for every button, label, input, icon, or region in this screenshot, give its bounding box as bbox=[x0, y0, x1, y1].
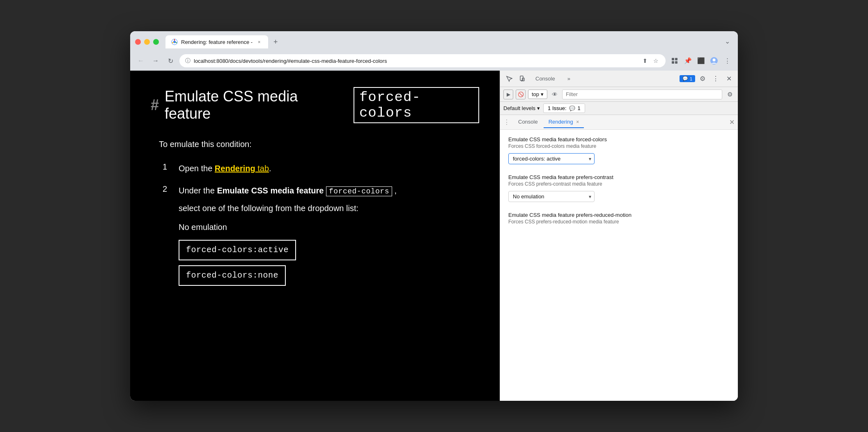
console-stop-button[interactable]: 🚫 bbox=[516, 90, 526, 99]
context-chevron: ▾ bbox=[541, 91, 544, 97]
forced-colors-select[interactable]: forced-colors: active No emulation force… bbox=[508, 153, 595, 164]
heading-hash-icon: # bbox=[151, 97, 159, 114]
split-screen-icon[interactable]: ⬛ bbox=[695, 55, 707, 67]
forced-colors-section: Emulate CSS media feature forced-colors … bbox=[508, 136, 730, 164]
prefers-contrast-select[interactable]: No emulation prefers-contrast: more pref… bbox=[508, 191, 595, 202]
issues-badge[interactable]: 💬 1 bbox=[680, 75, 695, 82]
heading-code-text: forced-colors bbox=[354, 87, 479, 123]
close-window-button[interactable] bbox=[135, 39, 141, 45]
default-levels-button[interactable]: Default levels ▾ bbox=[503, 105, 540, 111]
prefers-contrast-section: Emulate CSS media feature prefers-contra… bbox=[508, 174, 730, 202]
forced-colors-title: Emulate CSS media feature forced-colors bbox=[508, 136, 730, 142]
forced-colors-select-wrapper: forced-colors: active No emulation force… bbox=[508, 153, 595, 164]
page-heading: # Emulate CSS media feature forced-color… bbox=[151, 87, 479, 123]
console-panel-label: Console bbox=[518, 119, 538, 125]
device-toolbar-button[interactable] bbox=[517, 73, 528, 85]
minimize-window-button[interactable] bbox=[144, 39, 150, 45]
title-bar: Rendering: feature reference - × + ⌄ bbox=[135, 35, 733, 48]
rendering-panel-tab[interactable]: Rendering × bbox=[544, 116, 584, 128]
security-info-icon[interactable]: ⓘ bbox=[185, 57, 191, 64]
inspect-element-button[interactable] bbox=[503, 73, 515, 85]
svg-point-7 bbox=[713, 59, 716, 62]
address-text: localhost:8080/docs/devtools/rendering/#… bbox=[194, 58, 638, 64]
prefers-contrast-title: Emulate CSS media feature prefers-contra… bbox=[508, 174, 730, 180]
issue-count-text: 1 Issue: bbox=[548, 105, 567, 111]
address-actions: ⬆ ☆ bbox=[641, 57, 660, 65]
console-filter-input[interactable] bbox=[562, 90, 722, 99]
step-1-link-prefix: Open the bbox=[179, 164, 215, 173]
browser-window: Rendering: feature reference - × + ⌄ ← →… bbox=[130, 31, 738, 401]
step-1-content: Open the Rendering tab. bbox=[179, 162, 271, 175]
step-2-prefix: Under the Emulate CSS media feature bbox=[179, 186, 326, 195]
new-tab-button[interactable]: + bbox=[270, 36, 281, 48]
profile-icon[interactable] bbox=[708, 55, 720, 67]
active-tab[interactable]: Rendering: feature reference - × bbox=[165, 35, 268, 48]
svg-rect-3 bbox=[675, 58, 677, 60]
default-levels-chevron: ▾ bbox=[537, 105, 540, 111]
badge-count: 1 bbox=[690, 76, 692, 81]
devtools-close-button[interactable]: ✕ bbox=[723, 73, 735, 85]
issue-icon: 💬 bbox=[569, 106, 575, 111]
svg-point-1 bbox=[173, 41, 176, 43]
devtools-panel: Console » 💬 1 ⚙ ⋮ ✕ ▶ 🚫 bbox=[500, 71, 738, 401]
context-selector[interactable]: top ▾ bbox=[528, 90, 547, 99]
devtools-main-tabs: Console » bbox=[530, 73, 678, 84]
console-settings-button[interactable]: ⚙ bbox=[725, 90, 735, 99]
prefers-contrast-select-wrapper: No emulation prefers-contrast: more pref… bbox=[508, 191, 595, 202]
prefers-reduced-motion-title: Emulate CSS media feature prefers-reduce… bbox=[508, 212, 730, 218]
devtools-settings-button[interactable]: ⚙ bbox=[697, 73, 708, 85]
step-2-comma: , bbox=[395, 186, 397, 195]
forced-colors-desc: Forces CSS forced-colors media feature bbox=[508, 143, 730, 149]
rendering-tab-close-button[interactable]: × bbox=[576, 119, 579, 125]
maximize-window-button[interactable] bbox=[153, 39, 159, 45]
devtools-tabs-row: ⋮ Console Rendering × ✕ bbox=[500, 115, 738, 130]
more-tabs-icon: » bbox=[567, 76, 570, 82]
context-value: top bbox=[532, 91, 539, 97]
share-icon[interactable]: ⬆ bbox=[641, 57, 649, 65]
default-levels-label: Default levels bbox=[503, 105, 535, 111]
svg-rect-4 bbox=[672, 61, 674, 64]
close-all-panels-button[interactable]: ✕ bbox=[729, 118, 735, 126]
extensions-icon[interactable] bbox=[669, 55, 680, 67]
prefers-reduced-motion-section: Emulate CSS media feature prefers-reduce… bbox=[508, 212, 730, 225]
step-2-option-no-emulation: No emulation bbox=[179, 221, 397, 233]
step-2-sub: select one of the following from the dro… bbox=[179, 202, 397, 291]
svg-rect-2 bbox=[672, 58, 674, 60]
console-tab-label: Console bbox=[535, 76, 555, 82]
devtools-top-toolbar: Console » 💬 1 ⚙ ⋮ ✕ bbox=[500, 71, 738, 87]
tab-close-button[interactable]: × bbox=[256, 39, 262, 45]
console-clear-button[interactable]: ▶ bbox=[503, 90, 513, 99]
console-eye-button[interactable]: 👁 bbox=[550, 90, 560, 99]
window-minimize-icon[interactable]: ⌄ bbox=[721, 35, 733, 47]
console-main-tab[interactable]: Console bbox=[530, 73, 561, 84]
step-1-number: 1 bbox=[159, 162, 167, 172]
intro-text: To emulate this condition: bbox=[159, 140, 479, 149]
more-tabs-button[interactable]: » bbox=[562, 73, 576, 84]
rendering-tab-link[interactable]: Rendering bbox=[215, 164, 255, 173]
prefers-contrast-desc: Forces CSS prefers-contrast media featur… bbox=[508, 181, 730, 187]
tabs-grip-icon: ⋮ bbox=[503, 118, 510, 126]
chrome-favicon-icon bbox=[171, 39, 178, 45]
step-2-sub-prefix: select one of the following from the dro… bbox=[179, 202, 397, 214]
prefers-reduced-motion-desc: Forces CSS prefers-reduced-motion media … bbox=[508, 219, 730, 225]
step-2: 2 Under the Emulate CSS media feature fo… bbox=[159, 184, 479, 291]
address-bar[interactable]: ⓘ localhost:8080/docs/devtools/rendering… bbox=[179, 54, 666, 67]
rendering-panel-content: Emulate CSS media feature forced-colors … bbox=[500, 130, 738, 401]
reload-button[interactable]: ↻ bbox=[165, 55, 176, 67]
tab-title: Rendering: feature reference - bbox=[181, 39, 253, 45]
cast-icon[interactable]: 📌 bbox=[682, 55, 693, 67]
tabs-row: Rendering: feature reference - × + ⌄ bbox=[165, 35, 733, 48]
bookmark-icon[interactable]: ☆ bbox=[652, 57, 660, 65]
step-2-code: forced-colors bbox=[326, 186, 392, 196]
heading-main-text: Emulate CSS media feature bbox=[165, 88, 348, 122]
more-menu-button[interactable]: ⋮ bbox=[721, 55, 733, 67]
forward-button[interactable]: → bbox=[150, 55, 161, 67]
page-content: # Emulate CSS media feature forced-color… bbox=[130, 71, 500, 401]
browser-chrome: Rendering: feature reference - × + ⌄ bbox=[130, 31, 738, 52]
devtools-more-button[interactable]: ⋮ bbox=[710, 73, 721, 85]
back-button[interactable]: ← bbox=[135, 55, 147, 67]
content-area: # Emulate CSS media feature forced-color… bbox=[130, 71, 738, 401]
step-1-tab-text[interactable]: tab bbox=[255, 164, 269, 173]
issues-count-button[interactable]: 1 Issue: 💬 1 bbox=[543, 103, 585, 113]
console-panel-tab[interactable]: Console bbox=[513, 116, 543, 128]
